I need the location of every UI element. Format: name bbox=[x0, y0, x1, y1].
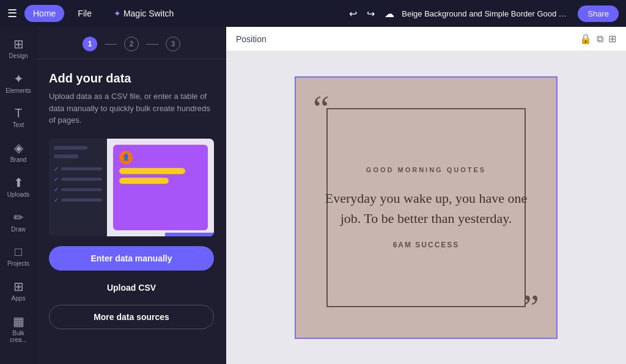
step-line-1 bbox=[105, 44, 117, 45]
main-area: ⊞ Design ✦ Elements T Text ◈ Brand ⬆ Upl… bbox=[0, 27, 626, 364]
canvas-area: Position 🔒 ⧉ ⊞ “ ” Good Morning Quotes E… bbox=[226, 27, 626, 364]
elements-icon: ✦ bbox=[13, 71, 24, 86]
card-inner: Good Morning Quotes Everyday you wake up… bbox=[320, 166, 532, 249]
draw-icon: ✏ bbox=[13, 210, 24, 225]
magic-star-icon: ✦ bbox=[114, 9, 121, 18]
check-row-3: ✓ bbox=[54, 186, 102, 193]
sidebar-item-brand[interactable]: ◈ Brand bbox=[2, 136, 34, 168]
panel-description: Upload data as a CSV file, or enter a ta… bbox=[49, 90, 214, 126]
check-icon-4: ✓ bbox=[54, 197, 59, 203]
check-row-1: ✓ bbox=[54, 166, 102, 172]
sidebar-label-text: Text bbox=[13, 122, 24, 128]
upload-csv-button[interactable]: Upload CSV bbox=[49, 275, 214, 300]
uploads-icon: ⬆ bbox=[13, 175, 24, 190]
preview-progress-bar bbox=[165, 233, 214, 236]
lock-icon[interactable]: 🔒 bbox=[580, 33, 592, 45]
sidebar-label-apps: Apps bbox=[12, 295, 26, 302]
preview-pill-2 bbox=[119, 178, 169, 184]
preview-card: 👤 bbox=[113, 145, 208, 230]
canvas-content[interactable]: “ ” Good Morning Quotes Everyday you wak… bbox=[226, 51, 626, 364]
design-icon: ⊞ bbox=[13, 37, 24, 51]
check-row-2: ✓ bbox=[54, 176, 102, 183]
sidebar-item-draw[interactable]: ✏ Draw bbox=[2, 205, 34, 238]
check-line-2 bbox=[61, 178, 102, 181]
step-line-2 bbox=[146, 44, 158, 45]
magic-switch-label: Magic Switch bbox=[123, 9, 174, 18]
sidebar-label-draw: Draw bbox=[11, 226, 25, 233]
step-2[interactable]: 2 bbox=[124, 37, 139, 51]
sidebar-label-projects: Projects bbox=[7, 260, 29, 267]
add-page-icon[interactable]: ⊞ bbox=[608, 33, 616, 45]
sidebar-label-brand: Brand bbox=[10, 156, 27, 163]
copy-icon[interactable]: ⧉ bbox=[597, 34, 603, 45]
check-line-3 bbox=[61, 188, 102, 191]
card-subtitle: Good Morning Quotes bbox=[320, 166, 532, 173]
sidebar-icons: ⊞ Design ✦ Elements T Text ◈ Brand ⬆ Upl… bbox=[0, 27, 37, 364]
quote-open-mark: “ bbox=[313, 90, 330, 126]
design-card[interactable]: “ ” Good Morning Quotes Everyday you wak… bbox=[295, 76, 558, 339]
topbar: ☰ Home File ✦ Magic Switch ↩ ↪ ☁ Beige B… bbox=[0, 0, 626, 27]
document-title: Beige Background and Simple Border Good … bbox=[402, 9, 573, 18]
quote-close-mark: ” bbox=[523, 289, 539, 326]
sidebar-item-text[interactable]: T Text bbox=[2, 101, 34, 133]
bulk-icon: ▦ bbox=[13, 314, 24, 329]
redo-button[interactable]: ↪ bbox=[364, 5, 377, 22]
panel-content: Add your data Upload data as a CSV file,… bbox=[37, 59, 226, 364]
menu-icon[interactable]: ☰ bbox=[7, 7, 17, 20]
panel: 1 2 3 Add your data Upload data as a CSV… bbox=[37, 27, 226, 364]
card-quote: Everyday you wake up, you have one job. … bbox=[320, 188, 532, 228]
panel-title: Add your data bbox=[49, 71, 214, 86]
home-tab[interactable]: Home bbox=[24, 5, 64, 22]
step-1[interactable]: 1 bbox=[83, 37, 97, 51]
more-sources-button[interactable]: More data sources bbox=[49, 305, 214, 329]
check-row-4: ✓ bbox=[54, 197, 102, 203]
brand-icon: ◈ bbox=[14, 140, 23, 155]
sidebar-item-elements[interactable]: ✦ Elements bbox=[2, 67, 34, 99]
check-icon-3: ✓ bbox=[54, 186, 59, 193]
preview-checklist: ✓ ✓ ✓ ✓ bbox=[54, 166, 102, 203]
check-line-4 bbox=[61, 198, 102, 202]
position-bar: Position 🔒 ⧉ ⊞ bbox=[226, 27, 626, 51]
panel-preview: ✓ ✓ ✓ ✓ bbox=[49, 139, 214, 236]
sidebar-label-elements: Elements bbox=[6, 87, 31, 94]
position-icons: 🔒 ⧉ ⊞ bbox=[580, 33, 616, 45]
file-tab[interactable]: File bbox=[69, 5, 100, 22]
projects-icon: □ bbox=[15, 245, 22, 259]
enter-data-button[interactable]: Enter data manually bbox=[49, 246, 214, 271]
preview-left-panel: ✓ ✓ ✓ ✓ bbox=[49, 139, 107, 236]
check-line-1 bbox=[61, 167, 102, 170]
sidebar-item-bulk[interactable]: ▦ Bulk crea... bbox=[2, 309, 34, 348]
card-author: 6AM Success bbox=[320, 241, 532, 249]
sidebar-item-apps[interactable]: ⊞ Apps bbox=[2, 274, 34, 307]
check-icon-1: ✓ bbox=[54, 166, 59, 172]
check-icon-2: ✓ bbox=[54, 176, 59, 183]
sidebar-label-uploads: Uploads bbox=[7, 191, 30, 198]
preview-right-panel: 👤 bbox=[107, 139, 214, 236]
preview-pill-1 bbox=[119, 168, 185, 174]
preview-line-2 bbox=[54, 155, 78, 158]
magic-switch-button[interactable]: ✦ Magic Switch bbox=[105, 5, 182, 22]
step-3[interactable]: 3 bbox=[166, 37, 180, 51]
undo-button[interactable]: ↩ bbox=[347, 5, 359, 22]
text-icon: T bbox=[15, 106, 22, 120]
sidebar-item-design[interactable]: ⊞ Design bbox=[2, 32, 34, 64]
share-button[interactable]: Share bbox=[578, 5, 619, 22]
preview-line-1 bbox=[54, 146, 87, 150]
topbar-actions: ↩ ↪ ☁ Beige Background and Simple Border… bbox=[347, 5, 619, 22]
steps-bar: 1 2 3 bbox=[37, 27, 226, 59]
apps-icon: ⊞ bbox=[13, 279, 24, 294]
cloud-save-icon[interactable]: ☁ bbox=[382, 5, 397, 22]
sidebar-item-projects[interactable]: □ Projects bbox=[2, 240, 34, 272]
sidebar-label-design: Design bbox=[9, 53, 28, 59]
sidebar-label-bulk: Bulk crea... bbox=[5, 330, 32, 343]
sidebar-item-uploads[interactable]: ⬆ Uploads bbox=[2, 170, 34, 203]
position-label: Position bbox=[236, 34, 267, 44]
preview-avatar: 👤 bbox=[119, 151, 133, 164]
